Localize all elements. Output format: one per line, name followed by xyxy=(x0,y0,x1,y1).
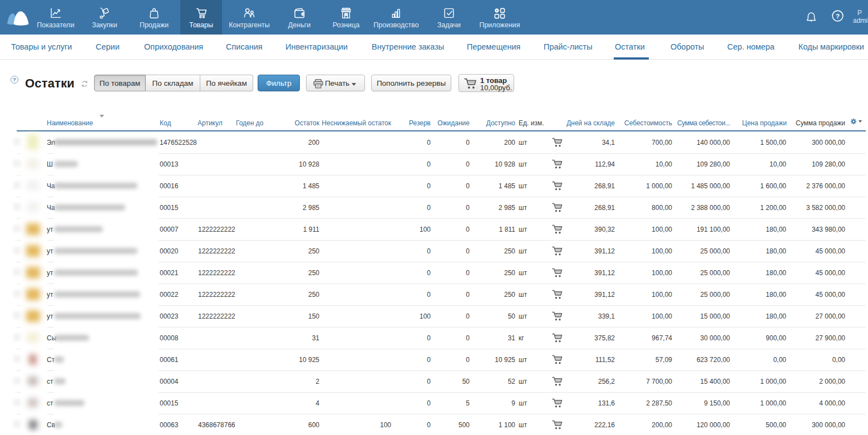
svg-text:?: ? xyxy=(836,13,840,19)
